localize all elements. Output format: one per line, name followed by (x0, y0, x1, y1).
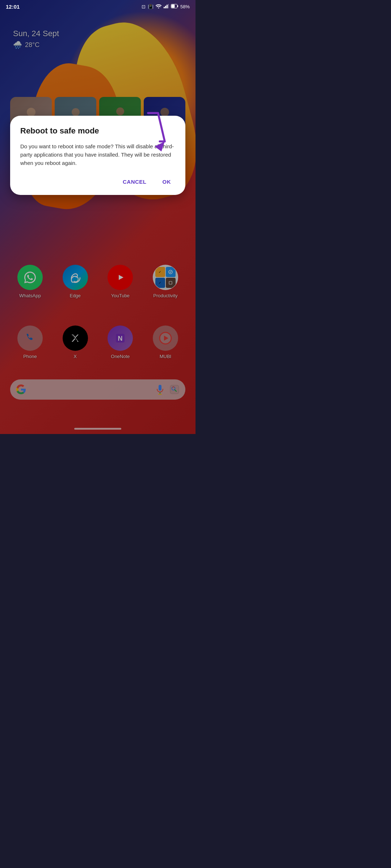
signal-icon (164, 4, 169, 9)
cancel-button[interactable]: Cancel (118, 176, 151, 188)
dialog-title: Reboot to safe mode (20, 126, 175, 136)
svg-rect-6 (177, 5, 178, 7)
battery-percent: 58% (180, 4, 190, 9)
svg-rect-2 (165, 6, 166, 8)
ok-button[interactable]: OK (158, 176, 176, 188)
vibrate-icon: 📳 (148, 4, 154, 9)
status-time: 12:01 (6, 4, 20, 10)
svg-rect-3 (167, 5, 168, 8)
svg-rect-4 (168, 4, 169, 8)
status-bar: 12:01 ⊡ 📳 58% (0, 0, 196, 13)
status-icons: ⊡ 📳 58% (142, 4, 190, 9)
svg-point-0 (158, 7, 159, 8)
svg-rect-7 (171, 4, 175, 8)
reboot-dialog: Reboot to safe mode Do you want to reboo… (10, 116, 185, 195)
notification-icon: ⊡ (142, 4, 146, 9)
battery-icon (171, 4, 178, 9)
dialog-message: Do you want to reboot into safe mode? Th… (20, 142, 175, 167)
svg-rect-1 (164, 7, 165, 8)
dialog-buttons: Cancel OK (20, 176, 175, 188)
wifi-icon (156, 4, 161, 9)
dialog-overlay (0, 0, 196, 434)
